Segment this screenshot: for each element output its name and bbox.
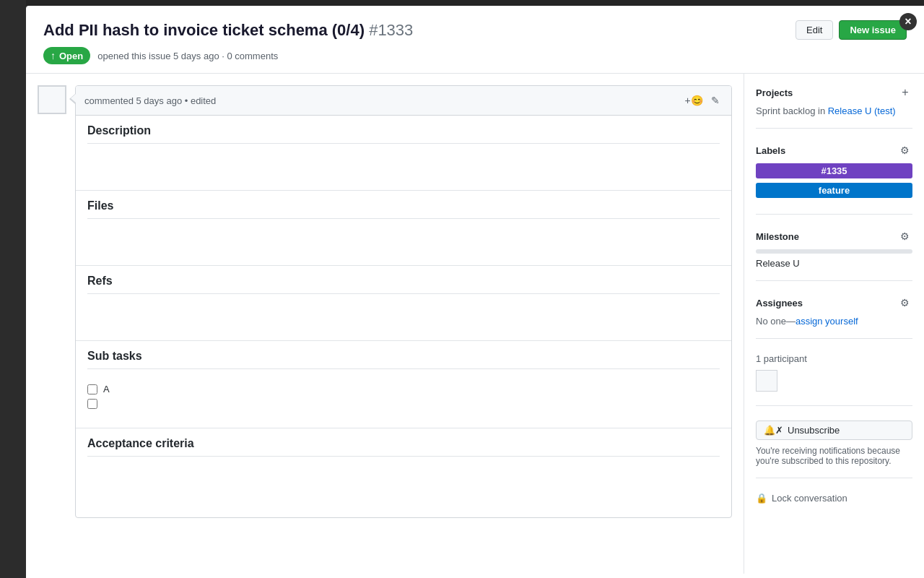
comment-meta: commented 5 days ago • edited [84, 95, 216, 106]
description-title: Description [87, 124, 720, 144]
plus-icon: + [684, 95, 690, 106]
comment-area: commented 5 days ago • edited +😊 ✎ [38, 74, 732, 530]
pencil-icon: ✎ [711, 95, 720, 106]
left-sidebar [0, 0, 26, 578]
subtask-item: A [87, 384, 720, 394]
milestone-text: Release U [756, 258, 912, 269]
labels-header: Labels ⚙ [756, 143, 912, 158]
subtask-checkbox-1[interactable] [87, 384, 97, 394]
milestone-bar [756, 249, 912, 254]
projects-section: Projects + Sprint backlog in Release U (… [756, 85, 912, 129]
acceptance-criteria-section: Acceptance criteria [76, 428, 731, 517]
subtask-item-2 [87, 399, 720, 409]
acceptance-criteria-content [87, 465, 720, 509]
participant-avatar [756, 370, 777, 392]
acceptance-criteria-title: Acceptance criteria [87, 437, 720, 457]
labels-list: #1335 feature [756, 163, 912, 202]
lock-icon: 🔒 [756, 493, 767, 504]
new-issue-button[interactable]: New issue [839, 20, 907, 40]
projects-header: Projects + [756, 85, 912, 100]
modal-header: Add PII hash to invoice ticket schema (0… [26, 6, 924, 74]
assignees-text: No one—assign yourself [756, 316, 912, 327]
lock-conversation-link[interactable]: 🔒 Lock conversation [756, 493, 912, 504]
main-content: commented 5 days ago • edited +😊 ✎ [26, 74, 744, 574]
subtask-label-1: A [103, 384, 110, 394]
add-reaction-button[interactable]: +😊 [685, 92, 702, 109]
labels-gear-button[interactable]: ⚙ [897, 143, 912, 158]
comment-box: commented 5 days ago • edited +😊 ✎ [75, 85, 732, 518]
description-section: Description [76, 116, 731, 191]
header-actions: Edit New issue [796, 20, 907, 40]
milestone-gear-button[interactable]: ⚙ [897, 229, 912, 243]
label-tag-feature: feature [756, 183, 912, 198]
milestone-title: Milestone [756, 231, 799, 242]
edit-comment-button[interactable]: ✎ [708, 93, 723, 108]
refs-title: Refs [87, 275, 720, 294]
close-button[interactable]: × [899, 13, 917, 30]
assignees-gear-button[interactable]: ⚙ [897, 296, 912, 310]
issue-meta-text: opened this issue 5 days ago · 0 comment… [97, 51, 278, 61]
bell-mute-icon: 🔔✗ [764, 425, 783, 436]
open-icon: ↑ [51, 50, 56, 61]
assignees-title: Assignees [756, 298, 803, 309]
assignees-header: Assignees ⚙ [756, 296, 912, 310]
description-content [87, 152, 720, 181]
assign-yourself-link[interactable]: assign yourself [796, 316, 858, 327]
notification-description: You're receiving notifications because y… [756, 446, 912, 466]
right-sidebar: Projects + Sprint backlog in Release U (… [744, 74, 924, 574]
files-title: Files [87, 199, 720, 219]
participants-count: 1 participant [756, 353, 912, 364]
projects-add-button[interactable]: + [898, 85, 912, 100]
subtasks-title: Sub tasks [87, 350, 720, 369]
issue-title: Add PII hash to invoice ticket schema (0… [43, 21, 787, 40]
commenter-avatar [38, 85, 66, 114]
subtasks-content: A [87, 378, 720, 419]
lock-section: 🔒 Lock conversation [756, 493, 912, 515]
project-link[interactable]: Release U (test) [828, 105, 896, 116]
subtask-checkbox-2[interactable] [87, 399, 97, 409]
milestone-section: Milestone ⚙ Release U [756, 229, 912, 281]
unsubscribe-button[interactable]: 🔔✗ Unsubscribe [756, 420, 912, 440]
labels-title: Labels [756, 145, 785, 156]
comment-arrow-inner [71, 94, 76, 103]
edit-button[interactable]: Edit [796, 20, 833, 40]
milestone-header: Milestone ⚙ [756, 229, 912, 243]
refs-section: Refs [76, 266, 731, 341]
participants-section: 1 participant [756, 353, 912, 406]
status-badge: ↑ Open [43, 47, 90, 64]
project-text: Sprint backlog in Release U (test) [756, 105, 912, 116]
refs-content [87, 303, 720, 332]
files-content [87, 228, 720, 256]
comment-actions: +😊 ✎ [685, 92, 723, 109]
labels-section: Labels ⚙ #1335 feature [756, 143, 912, 215]
files-section: Files [76, 191, 731, 266]
header-meta: ↑ Open opened this issue 5 days ago · 0 … [43, 47, 907, 64]
assignees-section: Assignees ⚙ No one—assign yourself [756, 296, 912, 339]
modal-body: commented 5 days ago • edited +😊 ✎ [26, 74, 924, 574]
subtasks-section: Sub tasks A [76, 341, 731, 428]
projects-title: Projects [756, 87, 793, 98]
comment-header: commented 5 days ago • edited +😊 ✎ [76, 86, 731, 116]
notifications-section: 🔔✗ Unsubscribe You're receiving notifica… [756, 420, 912, 478]
issue-modal: × Add PII hash to invoice ticket schema … [26, 6, 924, 578]
label-tag-1335: #1335 [756, 163, 912, 178]
comment-box-wrapper: commented 5 days ago • edited +😊 ✎ [75, 85, 732, 518]
